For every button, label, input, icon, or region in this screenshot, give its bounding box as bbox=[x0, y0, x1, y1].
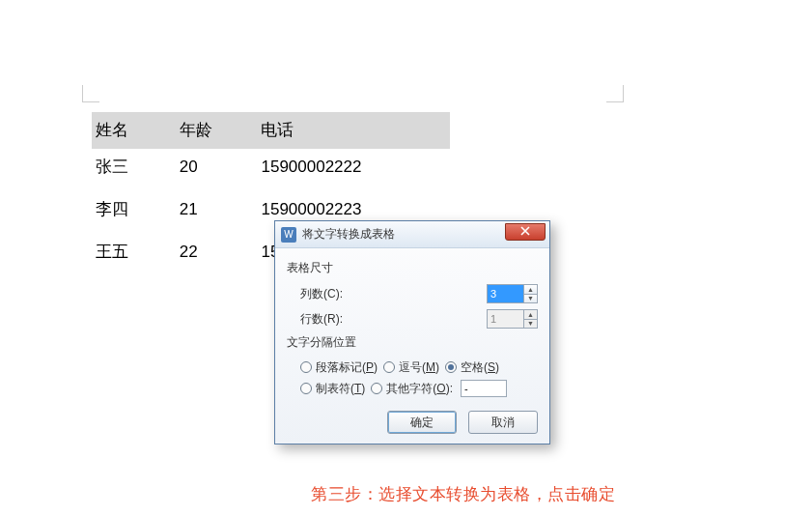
group-separator: 文字分隔位置 bbox=[287, 334, 538, 351]
header-phone: 电话 bbox=[257, 112, 450, 149]
cell-name: 王五 bbox=[92, 234, 171, 271]
instruction-caption: 第三步：选择文本转换为表格，点击确定 bbox=[311, 483, 615, 505]
app-icon: W bbox=[281, 227, 296, 243]
radio-comma[interactable]: 逗号(M) bbox=[383, 359, 439, 376]
close-button[interactable] bbox=[505, 223, 546, 241]
columns-label: 列数(C): bbox=[300, 286, 487, 302]
radio-label: 逗号(M) bbox=[399, 359, 439, 376]
ok-button[interactable]: 确定 bbox=[387, 411, 457, 434]
page-corner-left bbox=[82, 85, 99, 102]
chevron-down-icon: ▼ bbox=[527, 320, 534, 327]
cell-age: 20 bbox=[176, 149, 253, 186]
header-age: 年龄 bbox=[176, 112, 253, 149]
other-char-input[interactable] bbox=[461, 380, 507, 397]
radio-label: 其他字符(O): bbox=[386, 381, 453, 397]
radio-icon bbox=[383, 361, 395, 373]
cell-name: 李四 bbox=[92, 191, 171, 228]
rows-spinner: ▲ ▼ bbox=[487, 309, 538, 329]
radio-paragraph[interactable]: 段落标记(P) bbox=[300, 359, 378, 376]
radio-other[interactable]: 其他字符(O): bbox=[371, 381, 453, 397]
header-name: 姓名 bbox=[92, 112, 171, 149]
columns-spinner: ▲ ▼ bbox=[487, 284, 538, 303]
columns-up[interactable]: ▲ bbox=[524, 285, 537, 294]
dialog-body: 表格尺寸 列数(C): ▲ ▼ 行数(R): ▲ ▼ 文字分隔位置 bbox=[275, 248, 549, 444]
group-table-size: 表格尺寸 bbox=[287, 260, 538, 276]
field-rows: 行数(R): ▲ ▼ bbox=[300, 307, 538, 330]
chevron-up-icon: ▲ bbox=[527, 311, 534, 318]
table-row: 张三 20 15900002222 bbox=[92, 149, 450, 191]
columns-input[interactable] bbox=[487, 284, 523, 303]
close-icon bbox=[520, 225, 530, 239]
rows-label: 行数(R): bbox=[300, 311, 487, 328]
columns-down[interactable]: ▼ bbox=[524, 294, 537, 303]
rows-input bbox=[487, 309, 523, 329]
dialog-title: 将文字转换成表格 bbox=[302, 226, 505, 243]
radio-icon bbox=[300, 361, 312, 373]
radio-label: 段落标记(P) bbox=[316, 359, 378, 376]
dialog-titlebar[interactable]: W 将文字转换成表格 bbox=[275, 221, 549, 248]
page-corner-right bbox=[606, 85, 624, 102]
chevron-up-icon: ▲ bbox=[527, 286, 534, 293]
cell-name: 张三 bbox=[92, 149, 171, 186]
table-header-row: 姓名 年龄 电话 bbox=[92, 112, 450, 149]
radio-icon bbox=[300, 383, 312, 394]
radio-icon bbox=[445, 361, 457, 373]
field-columns: 列数(C): ▲ ▼ bbox=[300, 282, 538, 305]
rows-up: ▲ bbox=[524, 310, 537, 319]
convert-text-to-table-dialog: W 将文字转换成表格 表格尺寸 列数(C): ▲ ▼ 行数(R): bbox=[274, 220, 550, 444]
rows-down: ▼ bbox=[524, 319, 537, 329]
radio-label: 制表符(T) bbox=[316, 381, 365, 397]
radio-icon bbox=[371, 383, 382, 394]
radio-label: 空格(S) bbox=[461, 359, 499, 376]
radio-space[interactable]: 空格(S) bbox=[445, 359, 499, 376]
chevron-down-icon: ▼ bbox=[527, 295, 534, 301]
radio-tab[interactable]: 制表符(T) bbox=[300, 381, 365, 397]
cell-phone: 15900002222 bbox=[257, 149, 450, 186]
cancel-button[interactable]: 取消 bbox=[468, 411, 538, 434]
cell-age: 22 bbox=[176, 234, 253, 271]
cell-age: 21 bbox=[176, 191, 253, 228]
